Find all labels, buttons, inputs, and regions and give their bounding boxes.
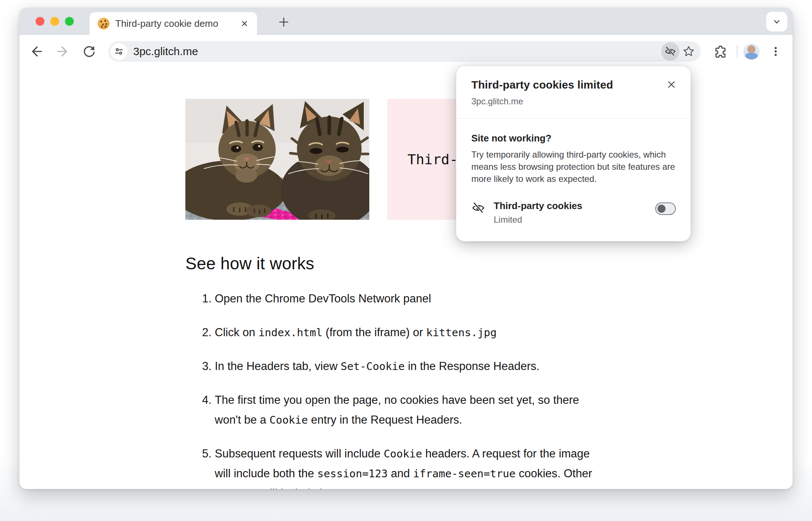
tab-close-button[interactable] [238,17,251,30]
plus-icon [278,16,290,28]
third-party-cookies-blocked-button[interactable] [661,42,679,61]
puzzle-icon [714,45,727,58]
site-not-working-heading: Site not working? [471,133,676,144]
address-bar[interactable]: 3pc.glitch.me [108,41,701,62]
profile-avatar[interactable] [743,43,760,60]
forward-button[interactable] [52,41,73,62]
cookie-favicon-icon [98,18,109,29]
bookmark-button[interactable] [679,42,698,61]
eye-off-icon [471,201,485,215]
site-not-working-text: Try temporarily allowing third-party coo… [471,148,678,185]
tune-icon [114,47,124,56]
back-arrow-icon [29,44,44,59]
popup-title: Third-party cookies limited [471,79,677,91]
setting-status: Limited [494,215,655,225]
popup-header: Third-party cookies limited 3pc.glitch.m… [456,66,690,118]
avatar-shirt [745,53,758,60]
browser-toolbar: 3pc.glitch.me [19,35,793,68]
setting-label: Third-party cookies [494,200,655,212]
list-item: The first time you open the page, no coo… [215,390,602,430]
reload-button[interactable] [79,41,99,62]
popup-close-button[interactable] [663,76,679,93]
iframe-text: Third- [387,151,458,168]
list-item: Click on index.html (from the iframe) or… [215,323,602,342]
site-settings-button[interactable] [110,43,127,60]
extensions-button[interactable] [710,41,731,62]
third-party-cookies-toggle[interactable] [655,202,676,215]
eye-off-icon [664,45,677,58]
close-icon [239,18,250,29]
reload-icon [82,44,97,59]
setting-texts: Third-party cookies Limited [494,200,655,225]
third-party-cookies-setting-row: Third-party cookies Limited [471,200,676,225]
active-tab[interactable]: Third-party cookie demo [90,12,257,35]
steps-list: Open the Chrome DevTools Network panelCl… [185,289,793,489]
star-icon [682,45,695,58]
list-item: Open the Chrome DevTools Network panel [215,289,602,309]
three-dot-menu-icon [769,45,782,58]
chevron-down-icon [771,16,782,27]
page-heading: See how it works [185,254,793,273]
list-item: In the Headers tab, view Set-Cookie in t… [215,356,602,376]
toolbar-right [710,41,786,62]
list-item: Subsequent requests will include Cookie … [215,444,602,489]
kittens-photo [185,99,369,220]
zoom-window-button[interactable] [65,17,74,26]
window-controls [36,17,74,26]
url-text[interactable]: 3pc.glitch.me [133,45,661,58]
new-tab-button[interactable] [273,13,294,31]
popup-site: 3pc.glitch.me [471,96,677,107]
menu-button[interactable] [765,41,786,62]
tab-strip: Third-party cookie demo [19,8,793,35]
tab-search-button[interactable] [766,12,787,32]
minimize-window-button[interactable] [50,17,59,26]
toggle-knob [657,205,666,213]
close-window-button[interactable] [36,17,44,26]
forward-arrow-icon [55,44,70,59]
tab-title: Third-party cookie demo [115,18,238,29]
popup-body: Site not working? Try temporarily allowi… [456,119,690,225]
toolbar-divider [737,45,737,58]
avatar-head [747,45,755,53]
back-button[interactable] [26,41,47,62]
browser-window: Third-party cookie demo [19,8,793,489]
cookie-limited-popup: Third-party cookies limited 3pc.glitch.m… [456,66,691,241]
close-icon [665,78,678,91]
